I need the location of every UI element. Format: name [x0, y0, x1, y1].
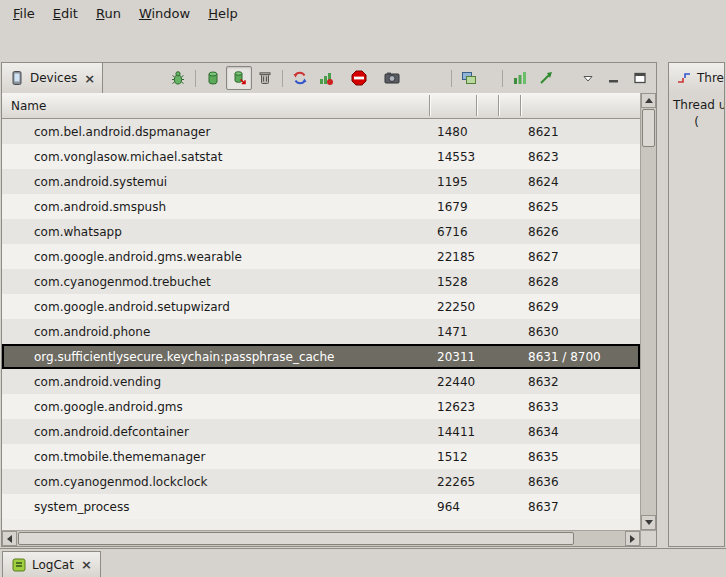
process-pid-cell: 1471 [429, 325, 476, 339]
process-row[interactable]: com.google.android.gms.wearable221858627 [2, 244, 640, 269]
threads-message-line1: Thread up [669, 93, 724, 112]
menu-window[interactable]: Window [130, 1, 199, 26]
scroll-down-button[interactable] [641, 515, 656, 530]
scroll-right-button[interactable] [625, 531, 640, 546]
process-port-cell: 8636 [520, 475, 640, 489]
scrollbar-corner [640, 530, 656, 546]
scroll-left-button[interactable] [2, 531, 17, 546]
process-pid-cell: 14411 [429, 425, 476, 439]
main-toolbar-empty [0, 27, 726, 60]
menu-edit[interactable]: Edit [44, 1, 87, 26]
process-pid-cell: 1195 [429, 175, 476, 189]
stop-process-icon[interactable] [346, 66, 372, 90]
process-name-cell: com.android.vending [2, 375, 429, 389]
process-port-cell: 8634 [520, 425, 640, 439]
process-name-cell: com.google.android.gms [2, 400, 429, 414]
process-name-cell: system_process [2, 500, 429, 514]
tab-logcat-label: LogCat [32, 558, 74, 572]
process-row[interactable]: com.cyanogenmod.trebuchet15288628 [2, 269, 640, 294]
process-pid-cell: 22250 [429, 300, 476, 314]
toolbar-separator [502, 70, 503, 87]
process-row[interactable]: system_process9648637 [2, 494, 640, 519]
sysinfo-icon[interactable] [507, 66, 533, 90]
maximize-icon[interactable] [627, 66, 653, 90]
frame-capture-icon[interactable] [456, 66, 482, 90]
horizontal-scrollbar-thumb[interactable] [18, 532, 574, 545]
column-header-name-label: Name [11, 99, 46, 113]
close-logcat-tab-icon[interactable]: × [81, 557, 92, 572]
tab-logcat[interactable]: LogCat × [2, 551, 101, 577]
process-pid-cell: 22440 [429, 375, 476, 389]
menu-file[interactable]: File [4, 1, 44, 26]
minimize-icon[interactable] [601, 66, 627, 90]
screen-capture-icon[interactable] [379, 66, 405, 90]
threads-icon [676, 70, 692, 86]
process-row[interactable]: com.google.android.setupwizard222508629 [2, 294, 640, 319]
process-row[interactable]: com.vonglasow.michael.satstat145538623 [2, 144, 640, 169]
toolbar-separator [451, 70, 452, 87]
process-row[interactable]: com.android.smspush16798625 [2, 194, 640, 219]
process-row[interactable]: com.android.systemui11958624 [2, 169, 640, 194]
tab-threads-label: Threads [697, 71, 724, 85]
process-port-cell: 8631 / 8700 [520, 350, 640, 364]
tab-threads[interactable]: Threads [669, 63, 724, 93]
process-pid-cell: 12623 [429, 400, 476, 414]
view-menu-icon[interactable] [575, 66, 601, 90]
update-threads-icon[interactable] [287, 66, 313, 90]
tab-devices[interactable]: Devices × [2, 63, 103, 93]
process-row[interactable]: com.google.android.gms126238633 [2, 394, 640, 419]
menubar: File Edit Run Window Help [0, 0, 726, 27]
menu-help[interactable]: Help [199, 1, 247, 26]
debug-process-icon[interactable] [165, 66, 191, 90]
process-row[interactable]: com.cyanogenmod.lockclock222658636 [2, 469, 640, 494]
process-name-cell: org.sufficientlysecure.keychain:passphra… [2, 350, 429, 364]
process-row[interactable]: com.android.defcontainer144118634 [2, 419, 640, 444]
process-name-cell: com.android.systemui [2, 175, 429, 189]
horizontal-scrollbar[interactable] [2, 530, 640, 546]
start-method-profiling-icon[interactable] [313, 66, 339, 90]
threads-panel-header: Threads [669, 63, 724, 94]
column-resize-handle[interactable] [520, 95, 522, 116]
process-name-cell: com.android.phone [2, 325, 429, 339]
process-pid-cell: 1528 [429, 275, 476, 289]
process-row[interactable]: com.android.phone14718630 [2, 319, 640, 344]
process-port-cell: 8627 [520, 250, 640, 264]
process-row[interactable]: com.tmobile.thememanager15128635 [2, 444, 640, 469]
column-resize-handle[interactable] [429, 95, 431, 116]
process-table: Name com.bel.android.dspmanager14808621c… [2, 93, 656, 546]
cause-gc-icon[interactable] [252, 66, 278, 90]
hierarchy-icon[interactable] [533, 66, 559, 90]
process-row[interactable]: org.sufficientlysecure.keychain:passphra… [2, 344, 640, 369]
process-port-cell: 8637 [520, 500, 640, 514]
process-name-cell: com.android.smspush [2, 200, 429, 214]
process-name-cell: com.cyanogenmod.lockclock [2, 475, 429, 489]
close-devices-tab-icon[interactable]: × [84, 71, 95, 86]
process-pid-cell: 20311 [429, 350, 476, 364]
dump-hprof-icon[interactable] [226, 66, 252, 90]
vertical-scrollbar-thumb[interactable] [642, 109, 655, 147]
process-port-cell: 8628 [520, 275, 640, 289]
process-pid-cell: 14553 [429, 150, 476, 164]
column-resize-handle[interactable] [476, 95, 478, 116]
toolbar-separator [282, 70, 283, 87]
column-header-name[interactable]: Name [2, 93, 429, 118]
process-pid-cell: 22185 [429, 250, 476, 264]
column-resize-handle[interactable] [498, 95, 500, 116]
update-heap-icon[interactable] [200, 66, 226, 90]
scroll-up-button[interactable] [641, 93, 656, 108]
process-port-cell: 8635 [520, 450, 640, 464]
process-pid-cell: 964 [429, 500, 476, 514]
process-row[interactable]: com.bel.android.dspmanager14808621 [2, 119, 640, 144]
devices-view-toolbar [165, 63, 656, 93]
process-row[interactable]: com.whatsapp67168626 [2, 219, 640, 244]
threads-panel: Threads Thread up ( [668, 62, 725, 547]
menu-run[interactable]: Run [87, 1, 130, 26]
process-row[interactable]: com.android.vending224408632 [2, 369, 640, 394]
logcat-icon [11, 557, 27, 573]
process-name-cell: com.cyanogenmod.trebuchet [2, 275, 429, 289]
logcat-bar: LogCat × [0, 548, 726, 577]
process-port-cell: 8632 [520, 375, 640, 389]
vertical-scrollbar[interactable] [640, 93, 656, 530]
threads-content: Thread up ( [669, 93, 724, 546]
process-pid-cell: 1679 [429, 200, 476, 214]
